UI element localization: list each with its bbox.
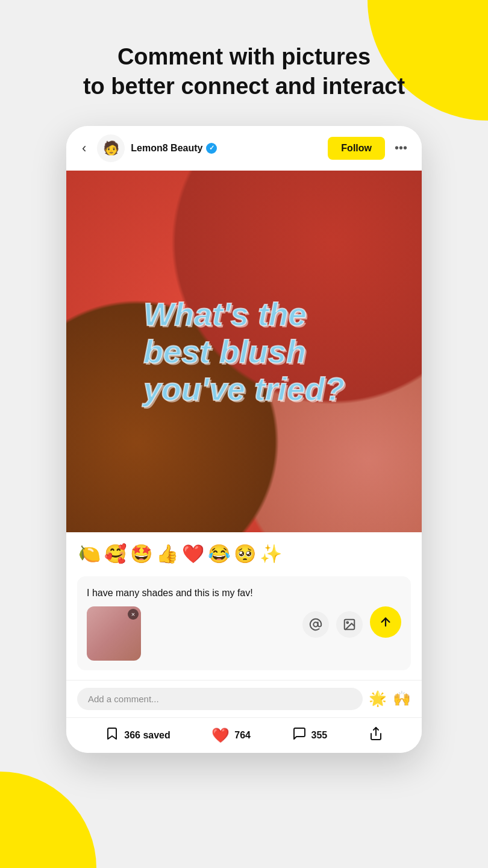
post-text-overlay: What's the best blush you've tried? (66, 171, 422, 532)
add-comment-input[interactable]: Add a comment... (77, 688, 363, 710)
follow-button[interactable]: Follow (328, 137, 385, 160)
post-image: What's the best blush you've tried? (66, 171, 422, 532)
reaction-sparkles[interactable]: ✨ (260, 543, 282, 564)
save-button[interactable]: 366 saved (105, 726, 170, 744)
add-comment-emoji-1[interactable]: 🌟 (369, 690, 387, 707)
add-comment-emoji-2[interactable]: 🙌 (393, 690, 411, 707)
comment-text: I have many shades and this is my fav! (87, 586, 401, 600)
more-button[interactable]: ••• (391, 139, 411, 157)
avatar: 🧑 (97, 134, 125, 162)
username: Lemon8 Beauty (131, 143, 202, 154)
reaction-bar: 🍋 🥰 🤩 👍 ❤️ 😂 🥺 ✨ (66, 532, 422, 570)
reaction-pleading[interactable]: 🥺 (234, 543, 256, 564)
share-icon (369, 726, 383, 744)
page-header: Comment with pictures to better connect … (0, 0, 488, 120)
comment-compose: I have many shades and this is my fav! × (66, 570, 422, 680)
save-count: 366 saved (124, 730, 170, 741)
reaction-lemon[interactable]: 🍋 (78, 543, 101, 564)
bottom-toolbar: 366 saved ❤️ 764 355 (66, 717, 422, 753)
add-comment-bar: Add a comment... 🌟 🙌 (66, 680, 422, 717)
heart-icon: ❤️ (211, 727, 230, 744)
user-info: Lemon8 Beauty (131, 143, 322, 154)
like-count: 764 (234, 730, 251, 741)
reaction-laugh[interactable]: 😂 (208, 543, 230, 564)
svg-point-2 (346, 621, 348, 623)
reaction-heart[interactable]: ❤️ (182, 543, 204, 564)
verified-badge (206, 143, 217, 154)
comment-image-row: × (87, 606, 401, 661)
post-question-text: What's the best blush you've tried? (143, 295, 345, 407)
share-button[interactable] (369, 726, 383, 744)
phone-frame: ‹ 🧑 Lemon8 Beauty Follow ••• What's the … (66, 126, 422, 753)
remove-image-button[interactable]: × (128, 609, 139, 620)
bookmark-icon (105, 726, 119, 744)
add-image-button[interactable] (336, 611, 363, 638)
bg-decoration-bottom-left (0, 772, 96, 868)
post-header: ‹ 🧑 Lemon8 Beauty Follow ••• (66, 126, 422, 171)
reaction-love[interactable]: 🥰 (104, 543, 127, 564)
reaction-star-struck[interactable]: 🤩 (130, 543, 152, 564)
header-title: Comment with pictures to better connect … (36, 42, 452, 102)
comment-button[interactable]: 355 (292, 726, 328, 744)
comment-image-thumbnail: × (87, 606, 141, 661)
comment-text-area[interactable]: I have many shades and this is my fav! × (77, 576, 411, 670)
send-button[interactable] (370, 606, 401, 638)
comment-icon (292, 726, 307, 744)
comment-count: 355 (311, 730, 328, 741)
back-button[interactable]: ‹ (77, 138, 91, 159)
comment-actions (302, 606, 401, 640)
mention-button[interactable] (302, 611, 329, 638)
like-button[interactable]: ❤️ 764 (211, 727, 251, 744)
reaction-thumbs-up[interactable]: 👍 (156, 543, 178, 564)
svg-point-0 (313, 622, 318, 626)
